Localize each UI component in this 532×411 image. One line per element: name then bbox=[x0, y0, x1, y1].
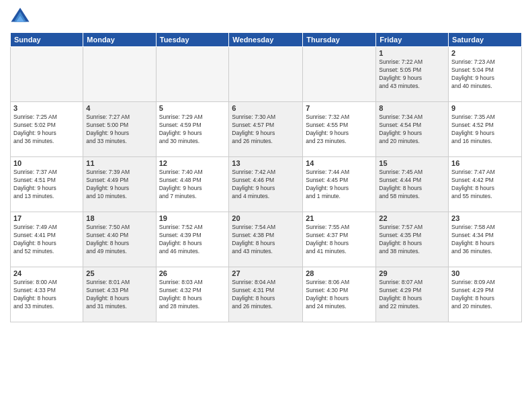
calendar: SundayMondayTuesdayWednesdayThursdayFrid… bbox=[10, 32, 522, 322]
calendar-cell: 25Sunrise: 8:01 AM Sunset: 4:33 PM Dayli… bbox=[83, 267, 156, 322]
calendar-cell: 7Sunrise: 7:32 AM Sunset: 4:55 PM Daylig… bbox=[303, 102, 376, 157]
calendar-cell bbox=[83, 47, 156, 102]
day-number: 29 bbox=[379, 269, 445, 277]
day-info: Sunrise: 7:30 AM Sunset: 4:57 PM Dayligh… bbox=[232, 113, 300, 146]
day-number: 10 bbox=[13, 159, 80, 167]
week-row-3: 10Sunrise: 7:37 AM Sunset: 4:51 PM Dayli… bbox=[11, 157, 522, 212]
week-row-2: 3Sunrise: 7:25 AM Sunset: 5:02 PM Daylig… bbox=[11, 102, 522, 157]
calendar-cell: 17Sunrise: 7:49 AM Sunset: 4:41 PM Dayli… bbox=[11, 212, 83, 267]
header bbox=[10, 7, 522, 27]
day-info: Sunrise: 8:07 AM Sunset: 4:29 PM Dayligh… bbox=[379, 279, 445, 311]
day-info: Sunrise: 8:04 AM Sunset: 4:31 PM Dayligh… bbox=[232, 279, 300, 311]
day-info: Sunrise: 7:34 AM Sunset: 4:54 PM Dayligh… bbox=[379, 113, 445, 146]
weekday-header-wednesday: Wednesday bbox=[229, 33, 303, 47]
calendar-cell: 19Sunrise: 7:52 AM Sunset: 4:39 PM Dayli… bbox=[156, 212, 229, 267]
calendar-cell: 14Sunrise: 7:44 AM Sunset: 4:45 PM Dayli… bbox=[303, 157, 376, 212]
day-info: Sunrise: 8:01 AM Sunset: 4:33 PM Dayligh… bbox=[86, 279, 152, 311]
day-info: Sunrise: 7:52 AM Sunset: 4:39 PM Dayligh… bbox=[159, 224, 226, 256]
calendar-cell: 26Sunrise: 8:03 AM Sunset: 4:32 PM Dayli… bbox=[156, 267, 229, 322]
weekday-header-friday: Friday bbox=[376, 33, 449, 47]
day-info: Sunrise: 7:39 AM Sunset: 4:49 PM Dayligh… bbox=[86, 169, 152, 201]
day-number: 9 bbox=[451, 104, 519, 112]
day-number: 4 bbox=[86, 104, 152, 112]
calendar-cell: 2Sunrise: 7:23 AM Sunset: 5:04 PM Daylig… bbox=[449, 47, 522, 102]
calendar-cell bbox=[229, 47, 303, 102]
weekday-row: SundayMondayTuesdayWednesdayThursdayFrid… bbox=[11, 33, 522, 47]
day-number: 2 bbox=[451, 49, 519, 57]
day-info: Sunrise: 7:57 AM Sunset: 4:35 PM Dayligh… bbox=[379, 224, 445, 256]
day-info: Sunrise: 7:50 AM Sunset: 4:40 PM Dayligh… bbox=[86, 224, 152, 256]
day-info: Sunrise: 7:42 AM Sunset: 4:46 PM Dayligh… bbox=[232, 169, 300, 201]
calendar-cell: 18Sunrise: 7:50 AM Sunset: 4:40 PM Dayli… bbox=[83, 212, 156, 267]
day-number: 18 bbox=[86, 214, 152, 222]
day-info: Sunrise: 7:27 AM Sunset: 5:00 PM Dayligh… bbox=[86, 113, 152, 146]
day-info: Sunrise: 7:32 AM Sunset: 4:55 PM Dayligh… bbox=[306, 113, 373, 146]
day-info: Sunrise: 8:06 AM Sunset: 4:30 PM Dayligh… bbox=[306, 279, 373, 311]
calendar-cell: 13Sunrise: 7:42 AM Sunset: 4:46 PM Dayli… bbox=[229, 157, 303, 212]
calendar-cell: 10Sunrise: 7:37 AM Sunset: 4:51 PM Dayli… bbox=[11, 157, 83, 212]
day-number: 14 bbox=[306, 159, 373, 167]
day-number: 26 bbox=[159, 269, 226, 277]
day-info: Sunrise: 8:00 AM Sunset: 4:33 PM Dayligh… bbox=[13, 279, 80, 311]
page: SundayMondayTuesdayWednesdayThursdayFrid… bbox=[0, 0, 532, 411]
day-number: 7 bbox=[306, 104, 373, 112]
day-info: Sunrise: 7:40 AM Sunset: 4:48 PM Dayligh… bbox=[159, 169, 226, 201]
day-number: 1 bbox=[379, 49, 445, 57]
calendar-cell: 20Sunrise: 7:54 AM Sunset: 4:38 PM Dayli… bbox=[229, 212, 303, 267]
day-info: Sunrise: 8:03 AM Sunset: 4:32 PM Dayligh… bbox=[159, 279, 226, 311]
day-info: Sunrise: 7:37 AM Sunset: 4:51 PM Dayligh… bbox=[13, 169, 80, 201]
day-info: Sunrise: 7:55 AM Sunset: 4:37 PM Dayligh… bbox=[306, 224, 373, 256]
logo-icon bbox=[10, 7, 30, 27]
logo bbox=[10, 7, 33, 27]
day-number: 15 bbox=[379, 159, 445, 167]
day-number: 13 bbox=[232, 159, 300, 167]
week-row-1: 1Sunrise: 7:22 AM Sunset: 5:05 PM Daylig… bbox=[11, 47, 522, 102]
calendar-cell: 12Sunrise: 7:40 AM Sunset: 4:48 PM Dayli… bbox=[156, 157, 229, 212]
calendar-cell: 8Sunrise: 7:34 AM Sunset: 4:54 PM Daylig… bbox=[376, 102, 449, 157]
calendar-cell: 6Sunrise: 7:30 AM Sunset: 4:57 PM Daylig… bbox=[229, 102, 303, 157]
calendar-header: SundayMondayTuesdayWednesdayThursdayFrid… bbox=[11, 33, 522, 47]
day-number: 27 bbox=[232, 269, 300, 277]
day-info: Sunrise: 7:47 AM Sunset: 4:42 PM Dayligh… bbox=[451, 169, 519, 201]
day-number: 11 bbox=[86, 159, 152, 167]
day-info: Sunrise: 8:09 AM Sunset: 4:29 PM Dayligh… bbox=[451, 279, 519, 311]
day-number: 28 bbox=[306, 269, 373, 277]
weekday-header-saturday: Saturday bbox=[449, 33, 522, 47]
calendar-cell: 5Sunrise: 7:29 AM Sunset: 4:59 PM Daylig… bbox=[156, 102, 229, 157]
calendar-cell: 30Sunrise: 8:09 AM Sunset: 4:29 PM Dayli… bbox=[449, 267, 522, 322]
calendar-cell bbox=[11, 47, 83, 102]
day-info: Sunrise: 7:29 AM Sunset: 4:59 PM Dayligh… bbox=[159, 113, 226, 146]
calendar-cell: 24Sunrise: 8:00 AM Sunset: 4:33 PM Dayli… bbox=[11, 267, 83, 322]
day-info: Sunrise: 7:54 AM Sunset: 4:38 PM Dayligh… bbox=[232, 224, 300, 256]
day-number: 19 bbox=[159, 214, 226, 222]
day-number: 20 bbox=[232, 214, 300, 222]
calendar-cell: 11Sunrise: 7:39 AM Sunset: 4:49 PM Dayli… bbox=[83, 157, 156, 212]
calendar-cell bbox=[303, 47, 376, 102]
day-number: 3 bbox=[13, 104, 80, 112]
week-row-4: 17Sunrise: 7:49 AM Sunset: 4:41 PM Dayli… bbox=[11, 212, 522, 267]
calendar-cell: 27Sunrise: 8:04 AM Sunset: 4:31 PM Dayli… bbox=[229, 267, 303, 322]
calendar-cell: 23Sunrise: 7:58 AM Sunset: 4:34 PM Dayli… bbox=[449, 212, 522, 267]
calendar-cell: 28Sunrise: 8:06 AM Sunset: 4:30 PM Dayli… bbox=[303, 267, 376, 322]
calendar-cell bbox=[156, 47, 229, 102]
calendar-cell: 21Sunrise: 7:55 AM Sunset: 4:37 PM Dayli… bbox=[303, 212, 376, 267]
day-number: 25 bbox=[86, 269, 152, 277]
week-row-5: 24Sunrise: 8:00 AM Sunset: 4:33 PM Dayli… bbox=[11, 267, 522, 322]
calendar-cell: 4Sunrise: 7:27 AM Sunset: 5:00 PM Daylig… bbox=[83, 102, 156, 157]
calendar-body: 1Sunrise: 7:22 AM Sunset: 5:05 PM Daylig… bbox=[11, 47, 522, 322]
day-number: 8 bbox=[379, 104, 445, 112]
day-number: 30 bbox=[451, 269, 519, 277]
calendar-cell: 15Sunrise: 7:45 AM Sunset: 4:44 PM Dayli… bbox=[376, 157, 449, 212]
day-info: Sunrise: 7:49 AM Sunset: 4:41 PM Dayligh… bbox=[13, 224, 80, 256]
day-info: Sunrise: 7:22 AM Sunset: 5:05 PM Dayligh… bbox=[379, 58, 445, 91]
day-info: Sunrise: 7:35 AM Sunset: 4:52 PM Dayligh… bbox=[451, 113, 519, 146]
calendar-cell: 3Sunrise: 7:25 AM Sunset: 5:02 PM Daylig… bbox=[11, 102, 83, 157]
weekday-header-thursday: Thursday bbox=[303, 33, 376, 47]
weekday-header-sunday: Sunday bbox=[11, 33, 83, 47]
day-info: Sunrise: 7:25 AM Sunset: 5:02 PM Dayligh… bbox=[13, 113, 80, 146]
day-info: Sunrise: 7:44 AM Sunset: 4:45 PM Dayligh… bbox=[306, 169, 373, 201]
calendar-cell: 9Sunrise: 7:35 AM Sunset: 4:52 PM Daylig… bbox=[449, 102, 522, 157]
day-number: 16 bbox=[451, 159, 519, 167]
day-number: 17 bbox=[13, 214, 80, 222]
day-number: 22 bbox=[379, 214, 445, 222]
